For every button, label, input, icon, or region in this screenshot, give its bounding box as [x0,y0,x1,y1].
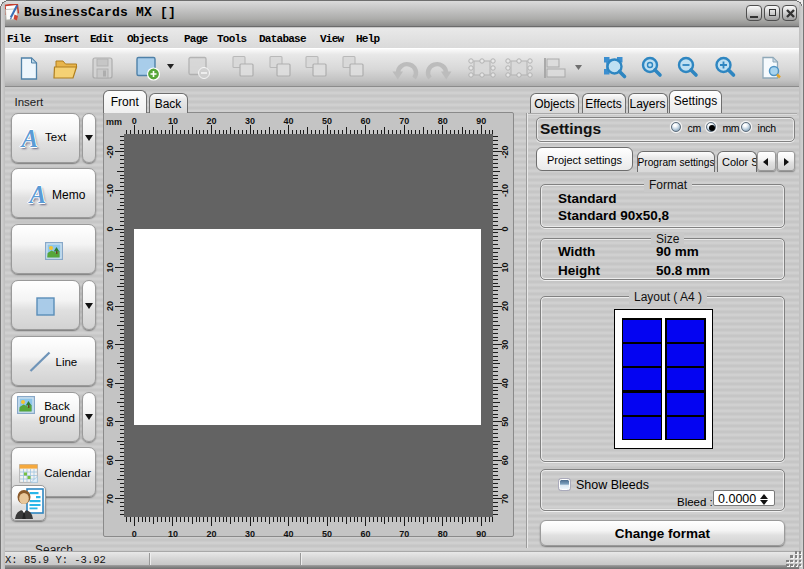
svg-text:0: 0 [132,529,137,539]
svg-text:50: 50 [322,116,332,126]
svg-text:70: 70 [500,494,510,504]
svg-text:70: 70 [399,529,409,539]
svg-text:30: 30 [245,529,255,539]
svg-text:10: 10 [105,263,115,273]
svg-text:30: 30 [245,116,255,126]
svg-text:10: 10 [168,116,178,126]
svg-text:20: 20 [206,116,216,126]
svg-text:60: 60 [361,529,371,539]
svg-text:-10: -10 [500,184,510,197]
svg-text:40: 40 [500,378,510,388]
svg-text:20: 20 [500,301,510,311]
svg-text:90: 90 [476,529,486,539]
svg-text:10: 10 [168,529,178,539]
svg-text:40: 40 [283,116,293,126]
svg-text:-20: -20 [105,145,115,158]
svg-text:10: 10 [500,263,510,273]
svg-text:20: 20 [105,301,115,311]
svg-text:50: 50 [500,417,510,427]
svg-text:30: 30 [105,340,115,350]
svg-text:70: 70 [105,494,115,504]
svg-text:80: 80 [438,116,448,126]
svg-text:60: 60 [500,455,510,465]
svg-text:60: 60 [361,116,371,126]
svg-text:90: 90 [476,116,486,126]
svg-text:40: 40 [105,378,115,388]
svg-text:60: 60 [105,455,115,465]
svg-text:-20: -20 [500,145,510,158]
svg-text:50: 50 [322,529,332,539]
svg-text:0: 0 [105,226,115,231]
svg-text:70: 70 [399,116,409,126]
svg-text:0: 0 [132,116,137,126]
svg-text:30: 30 [500,340,510,350]
svg-text:20: 20 [206,529,216,539]
svg-text:-10: -10 [105,184,115,197]
svg-text:40: 40 [283,529,293,539]
svg-text:0: 0 [500,226,510,231]
svg-text:50: 50 [105,417,115,427]
svg-text:80: 80 [438,529,448,539]
